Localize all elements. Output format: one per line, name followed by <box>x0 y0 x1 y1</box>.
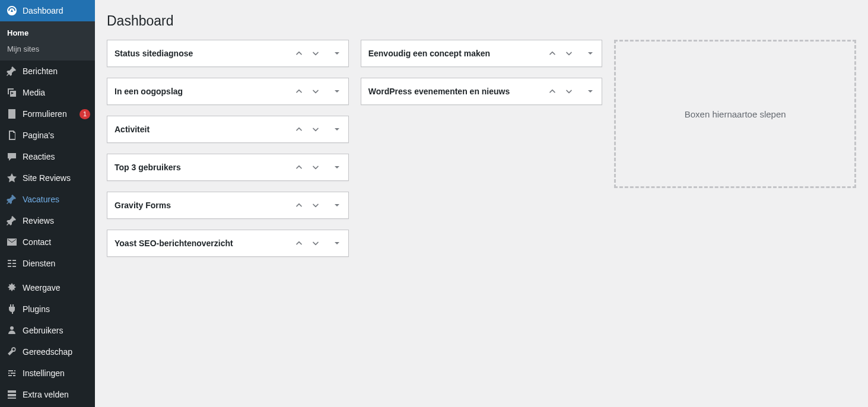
sidebar-item-label: Vacatures <box>23 195 90 204</box>
move-down-button[interactable] <box>308 43 323 64</box>
move-up-button[interactable] <box>291 157 307 178</box>
sidebar-item-label: Weergave <box>23 283 90 292</box>
sidebar-item-berichten[interactable]: Berichten <box>0 61 95 82</box>
widget-title: Activiteit <box>107 125 291 134</box>
move-down-button[interactable] <box>308 195 323 216</box>
dashboard-column-1: Status sitediagnoseIn een oogopslagActiv… <box>107 40 349 268</box>
sidebar-item-label: Plugins <box>23 304 90 314</box>
widget-title: Status sitediagnose <box>107 49 291 58</box>
tools-icon <box>6 346 18 358</box>
sidebar-item-vacatures[interactable]: Vacatures <box>0 189 95 210</box>
drop-zone-label: Boxen hiernaartoe slepen <box>685 109 786 119</box>
user-icon <box>6 325 18 336</box>
main-content: Dashboard Status sitediagnoseIn een oogo… <box>95 0 868 407</box>
widget-controls <box>545 81 602 102</box>
move-up-button[interactable] <box>545 81 560 102</box>
toggle-button[interactable] <box>329 119 345 140</box>
dashboard-icon <box>6 5 18 17</box>
sidebar-item-label: Instellingen <box>23 368 90 378</box>
widget-controls <box>291 233 348 254</box>
widget-controls <box>545 43 602 64</box>
sidebar-submenu-item[interactable]: Home <box>0 25 95 41</box>
move-up-button[interactable] <box>291 119 307 140</box>
widget-title: Yoast SEO-berichtenoverzicht <box>107 239 291 248</box>
comment-icon <box>6 151 18 163</box>
move-down-button[interactable] <box>308 81 323 102</box>
sidebar-item-sitereviews[interactable]: Site Reviews <box>0 167 95 189</box>
sidebar-item-diensten[interactable]: Diensten <box>0 253 95 274</box>
widget-title: WordPress evenementen en nieuws <box>361 87 545 96</box>
toggle-button[interactable] <box>329 195 345 216</box>
sidebar-item-label: Formulieren <box>23 109 80 119</box>
toggle-button[interactable] <box>329 81 345 102</box>
dashboard-widget: Top 3 gebruikers <box>107 154 349 181</box>
sidebar-item-gereedschap[interactable]: Gereedschap <box>0 341 95 363</box>
sidebar-item-contact[interactable]: Contact <box>0 231 95 253</box>
widget-controls <box>291 43 348 64</box>
form-icon <box>6 108 18 120</box>
admin-sidebar: DashboardHomeMijn sitesBerichtenMediaFor… <box>0 0 95 407</box>
dashboard-widget: Eenvoudig een concept maken <box>361 40 603 67</box>
page-icon <box>6 129 18 141</box>
sidebar-submenu-item[interactable]: Mijn sites <box>0 41 95 57</box>
move-up-button[interactable] <box>291 43 307 64</box>
dashboard-widget: Status sitediagnose <box>107 40 349 67</box>
toggle-button[interactable] <box>583 81 598 102</box>
move-down-button[interactable] <box>561 81 577 102</box>
sidebar-item-extravelden[interactable]: Extra velden <box>0 384 95 405</box>
sidebar-item-label: Diensten <box>23 259 90 268</box>
services-icon <box>6 257 18 269</box>
sidebar-item-label: Reviews <box>23 216 90 225</box>
sidebar-item-label: Berichten <box>23 66 90 76</box>
sidebar-item-reviews[interactable]: Reviews <box>0 210 95 231</box>
toggle-button[interactable] <box>583 43 598 64</box>
media-icon <box>6 87 18 98</box>
star-icon <box>6 172 18 184</box>
sidebar-item-label: Reacties <box>23 152 90 161</box>
sidebar-item-dashboard[interactable]: Dashboard <box>0 0 95 21</box>
sidebar-item-label: Contact <box>23 237 90 247</box>
sidebar-item-label: Gereedschap <box>23 347 90 357</box>
move-up-button[interactable] <box>291 81 307 102</box>
move-up-button[interactable] <box>291 233 307 254</box>
pin-icon <box>6 215 18 227</box>
fields-icon <box>6 389 18 400</box>
sidebar-submenu: HomeMijn sites <box>0 21 95 61</box>
sidebar-item-paginas[interactable]: Pagina's <box>0 125 95 146</box>
dashboard-widget: Gravity Forms <box>107 192 349 219</box>
move-up-button[interactable] <box>545 43 560 64</box>
sidebar-item-plugins[interactable]: Plugins <box>0 298 95 320</box>
dashboard-column-2: Eenvoudig een concept makenWordPress eve… <box>361 40 603 116</box>
sidebar-item-reacties[interactable]: Reacties <box>0 146 95 167</box>
sidebar-item-label: Site Reviews <box>23 173 90 183</box>
sidebar-item-formulieren[interactable]: Formulieren1 <box>0 103 95 125</box>
dashboard-widget: WordPress evenementen en nieuws <box>361 78 603 105</box>
drop-zone[interactable]: Boxen hiernaartoe slepen <box>614 40 856 188</box>
dashboard-widget: Yoast SEO-berichtenoverzicht <box>107 230 349 257</box>
move-down-button[interactable] <box>561 43 577 64</box>
move-down-button[interactable] <box>308 157 323 178</box>
widget-controls <box>291 119 348 140</box>
mail-icon <box>6 236 18 248</box>
sidebar-item-label: Pagina's <box>23 131 90 140</box>
sidebar-item-weergave[interactable]: Weergave <box>0 277 95 298</box>
move-down-button[interactable] <box>308 119 323 140</box>
sidebar-item-media[interactable]: Media <box>0 82 95 103</box>
pin-icon <box>6 193 18 205</box>
sidebar-item-gebruikers[interactable]: Gebruikers <box>0 320 95 341</box>
settings-icon <box>6 367 18 379</box>
move-down-button[interactable] <box>308 233 323 254</box>
widget-controls <box>291 195 348 216</box>
widget-title: Eenvoudig een concept maken <box>361 49 545 58</box>
toggle-button[interactable] <box>329 157 345 178</box>
dashboard-column-3: Boxen hiernaartoe slepen <box>614 40 856 188</box>
toggle-button[interactable] <box>329 43 345 64</box>
dashboard-widget: Activiteit <box>107 116 349 143</box>
pin-icon <box>6 65 18 77</box>
sidebar-item-label: Gebruikers <box>23 326 90 335</box>
toggle-button[interactable] <box>329 233 345 254</box>
move-up-button[interactable] <box>291 195 307 216</box>
widget-title: Top 3 gebruikers <box>107 163 291 172</box>
plugin-icon <box>6 303 18 315</box>
sidebar-item-instellingen[interactable]: Instellingen <box>0 363 95 384</box>
